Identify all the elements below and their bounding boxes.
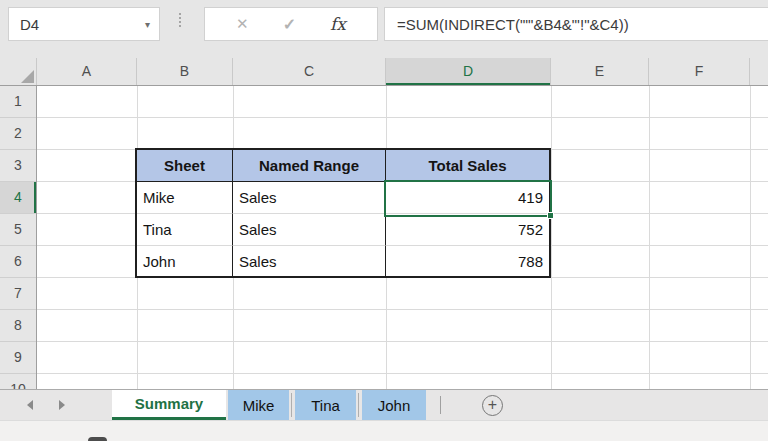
cell-b4[interactable]: Mike xyxy=(137,182,233,214)
cell-d4-active[interactable]: 419 xyxy=(386,182,549,214)
sheet-tab-mike[interactable]: Mike xyxy=(228,390,289,420)
row-header-4-selected[interactable]: 4 xyxy=(0,182,36,214)
sheet-tab-summary-active[interactable]: Summary xyxy=(112,390,226,420)
enter-icon[interactable]: ✓ xyxy=(283,15,296,34)
status-icon-partial[interactable] xyxy=(88,437,107,441)
tab-divider xyxy=(291,393,292,417)
column-header-row: A B C D E F xyxy=(0,58,768,86)
column-header-d-selected[interactable]: D xyxy=(386,58,551,85)
cell-c6[interactable]: Sales xyxy=(233,246,386,277)
cell-d6[interactable]: 788 xyxy=(386,246,549,277)
cell-d5[interactable]: 752 xyxy=(386,214,549,246)
tab-scroll-left-icon[interactable] xyxy=(27,400,33,410)
summary-table: Sheet Named Range Total Sales Mike Sales… xyxy=(135,148,551,278)
row-header-6[interactable]: 6 xyxy=(0,246,36,278)
status-bar xyxy=(0,420,768,441)
row-header-5[interactable]: 5 xyxy=(0,214,36,246)
cell-b5[interactable]: Tina xyxy=(137,214,233,246)
column-header-b[interactable]: B xyxy=(137,58,233,85)
excel-window: D4 ▾ ✕ ✓ fx =SUM(INDIRECT("'"&B4&"'!"&C4… xyxy=(0,0,768,441)
tab-divider xyxy=(440,396,441,414)
table-header-sheet[interactable]: Sheet xyxy=(137,150,233,182)
row-header-column: 1 2 3 4 5 6 7 8 9 10 xyxy=(0,86,37,389)
row-header-3[interactable]: 3 xyxy=(0,150,36,182)
formula-bar-drag-handle-icon[interactable] xyxy=(179,13,181,27)
cell-b6[interactable]: John xyxy=(137,246,233,277)
sheet-tab-john[interactable]: John xyxy=(362,390,426,420)
fill-handle[interactable] xyxy=(547,212,554,219)
name-box-value: D4 xyxy=(9,16,145,33)
formula-text: =SUM(INDIRECT("'"&B4&"'!"&C4)) xyxy=(385,16,629,33)
column-header-c[interactable]: C xyxy=(233,58,386,85)
sheet-tab-tina[interactable]: Tina xyxy=(295,390,356,420)
name-box[interactable]: D4 ▾ xyxy=(8,7,160,41)
insert-function-icon[interactable]: fx xyxy=(330,14,346,34)
column-header-f[interactable]: F xyxy=(649,58,750,85)
gridline xyxy=(649,86,650,389)
row-header-7[interactable]: 7 xyxy=(0,278,36,310)
column-header-e[interactable]: E xyxy=(551,58,649,85)
cell-c4[interactable]: Sales xyxy=(233,182,386,214)
row-header-2[interactable]: 2 xyxy=(0,118,36,150)
table-header-named-range[interactable]: Named Range xyxy=(233,150,386,182)
select-all-button[interactable] xyxy=(0,58,37,85)
gridline xyxy=(551,86,552,389)
column-header-a[interactable]: A xyxy=(37,58,137,85)
cancel-icon[interactable]: ✕ xyxy=(236,15,249,33)
gridline xyxy=(750,86,751,389)
cells-area[interactable]: Sheet Named Range Total Sales Mike Sales… xyxy=(37,86,768,389)
chevron-down-icon[interactable]: ▾ xyxy=(145,19,159,30)
select-all-triangle-icon xyxy=(21,70,34,83)
sheet-tab-bar: Summary Mike Tina John + xyxy=(0,389,768,420)
tab-divider xyxy=(358,393,359,417)
table-header-total-sales[interactable]: Total Sales xyxy=(386,150,549,182)
worksheet-grid: 1 2 3 4 5 6 7 8 9 10 Sheet Named Range T… xyxy=(0,86,768,389)
formula-bar-strip: D4 ▾ ✕ ✓ fx =SUM(INDIRECT("'"&B4&"'!"&C4… xyxy=(0,0,768,58)
row-header-10[interactable]: 10 xyxy=(0,374,36,389)
new-sheet-button[interactable]: + xyxy=(482,395,503,416)
column-header-partial[interactable] xyxy=(750,58,768,85)
tab-scroll-right-icon[interactable] xyxy=(59,400,65,410)
row-header-8[interactable]: 8 xyxy=(0,310,36,342)
cell-c5[interactable]: Sales xyxy=(233,214,386,246)
row-header-1[interactable]: 1 xyxy=(0,86,36,118)
row-header-9[interactable]: 9 xyxy=(0,342,36,374)
formula-input[interactable]: =SUM(INDIRECT("'"&B4&"'!"&C4)) xyxy=(384,7,768,41)
formula-buttons: ✕ ✓ fx xyxy=(204,7,378,41)
